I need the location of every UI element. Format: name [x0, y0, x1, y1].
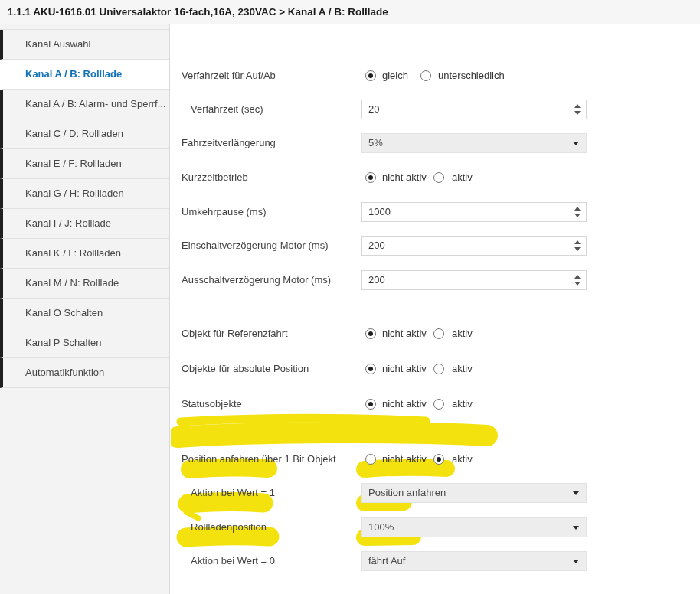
sidebar-item-list: Kanal Auswahl Kanal A / B: Rolllade Kana… — [0, 29, 169, 388]
chevron-down-icon — [573, 142, 579, 145]
ausschaltverzoegerung-input[interactable]: 200 — [361, 270, 587, 290]
sidebar-item-kanal-mn[interactable]: Kanal M / N: Rolllade — [0, 269, 169, 299]
select-value: Position anfahren — [368, 484, 446, 502]
param-label: Rollladenposition — [191, 517, 267, 537]
sidebar-item-kanal-kl[interactable]: Kanal K / L: Rollladen — [0, 239, 169, 269]
radio-label: gleich — [382, 66, 408, 86]
radio-label: nicht aktiv — [382, 359, 427, 379]
param-row-fahrzeitverlaengerung: Fahrzeitverlängerung 5% — [171, 133, 700, 153]
sidebar-item-kanal-ab-alarm[interactable]: Kanal A / B: Alarm- und Sperrf... — [0, 90, 169, 119]
param-row-aktion-wert-1: Aktion bei Wert = 1 Position anfahren — [171, 483, 700, 503]
radio-label: nicht aktiv — [382, 394, 427, 414]
param-label: Einschaltverzögerung Motor (ms) — [182, 236, 328, 256]
param-row-referenzfahrt: Objekt für Referenzfahrt nicht aktiv akt… — [171, 324, 700, 344]
radio-label: aktiv — [452, 168, 473, 188]
radio-label: nicht aktiv — [382, 324, 427, 344]
window-title-bar: 1.1.1 AKU-1616.01 Universalaktor 16-fach… — [0, 0, 700, 24]
param-row-verfahrzeit-auf-ab: Verfahrzeit für Auf/Ab gleich unterschie… — [171, 66, 700, 86]
radio-nicht-aktiv[interactable] — [365, 399, 376, 410]
input-value: 20 — [368, 100, 379, 119]
radio-label: aktiv — [452, 449, 473, 469]
param-row-rollladenposition: Rollladenposition 100% — [171, 517, 700, 537]
select-value: 5% — [368, 134, 383, 152]
param-label: Statusobjekte — [182, 394, 242, 414]
chevron-down-icon — [573, 560, 579, 563]
spinner-up-icon[interactable] — [574, 104, 581, 108]
spinner-down-icon[interactable] — [574, 247, 581, 251]
param-label: Aktion bei Wert = 0 — [191, 551, 275, 571]
spinner — [574, 273, 581, 287]
param-label: Position anfahren über 1 Bit Objekt — [182, 449, 336, 469]
input-value: 1000 — [368, 203, 391, 221]
param-label: Verfahrzeit (sec) — [191, 100, 263, 119]
chevron-down-icon — [573, 526, 579, 530]
spinner — [574, 239, 581, 253]
param-row-aktion-wert-0: Aktion bei Wert = 0 fährt Auf — [171, 551, 700, 571]
select-value: fährt Auf — [368, 552, 405, 570]
breadcrumb: 1.1.1 AKU-1616.01 Universalaktor 16-fach… — [8, 6, 388, 18]
param-row-verfahrzeit-sec: Verfahrzeit (sec) 20 — [171, 100, 700, 119]
radio-label: aktiv — [452, 359, 473, 379]
sidebar-item-kanal-ij[interactable]: Kanal I / J: Rolllade — [0, 209, 169, 239]
radio-aktiv[interactable] — [433, 172, 444, 183]
param-label: Aktion bei Wert = 1 — [191, 483, 275, 503]
sidebar-item-kanal-p-schalten[interactable]: Kanal P Schalten — [0, 328, 169, 358]
radio-aktiv[interactable] — [433, 454, 444, 465]
spinner-up-icon[interactable] — [574, 240, 581, 244]
sidebar-item-automatikfunktion[interactable]: Automatikfunktion — [0, 358, 169, 388]
radio-nicht-aktiv[interactable] — [365, 172, 376, 183]
aktion-wert-0-select[interactable]: fährt Auf — [361, 551, 587, 571]
param-label: Umkehrpause (ms) — [182, 202, 267, 222]
chevron-down-icon — [573, 491, 579, 495]
param-row-position-anfahren-1bit: Position anfahren über 1 Bit Objekt nich… — [171, 449, 700, 469]
radio-label: aktiv — [452, 324, 473, 344]
input-value: 200 — [368, 271, 385, 289]
rollladenposition-select[interactable]: 100% — [361, 517, 587, 537]
param-label: Ausschaltverzögerung Motor (ms) — [182, 270, 331, 290]
radio-nicht-aktiv[interactable] — [365, 454, 376, 465]
radio-label: aktiv — [452, 394, 473, 414]
verfahrzeit-sec-input[interactable]: 20 — [361, 100, 587, 119]
spinner — [574, 103, 581, 116]
sidebar-item-kanal-auswahl[interactable]: Kanal Auswahl — [0, 30, 169, 60]
select-value: 100% — [368, 518, 394, 537]
sidebar-item-kanal-ab-rolllade[interactable]: Kanal A / B: Rolllade — [0, 60, 169, 90]
sidebar-item-kanal-gh[interactable]: Kanal G / H: Rollladen — [0, 179, 169, 209]
radio-aktiv[interactable] — [433, 399, 444, 410]
param-row-umkehrpause: Umkehrpause (ms) 1000 — [171, 202, 700, 222]
input-value: 200 — [368, 237, 385, 255]
param-label: Objekte für absolute Position — [182, 359, 309, 379]
radio-nicht-aktiv[interactable] — [365, 364, 376, 374]
spinner-down-icon[interactable] — [574, 214, 581, 217]
spinner-down-icon[interactable] — [574, 282, 581, 286]
param-label: Verfahrzeit für Auf/Ab — [182, 66, 276, 86]
param-row-ausschaltverzoegerung: Ausschaltverzögerung Motor (ms) 200 — [171, 270, 700, 290]
einschaltverzoegerung-input[interactable]: 200 — [361, 236, 587, 256]
radio-unterschiedlich[interactable] — [420, 70, 431, 81]
umkehrpause-input[interactable]: 1000 — [361, 202, 587, 222]
param-label: Kurzzeitbetrieb — [182, 168, 248, 188]
spinner — [574, 205, 581, 219]
radio-label: nicht aktiv — [382, 168, 427, 188]
radio-label: unterschiedlich — [438, 66, 505, 86]
param-row-kurzzeitbetrieb: Kurzzeitbetrieb nicht aktiv aktiv — [171, 168, 700, 188]
param-row-einschaltverzoegerung: Einschaltverzögerung Motor (ms) 200 — [171, 236, 700, 256]
radio-aktiv[interactable] — [433, 364, 444, 374]
spinner-up-icon[interactable] — [574, 207, 581, 211]
parameter-panel: Verfahrzeit für Auf/Ab gleich unterschie… — [171, 24, 700, 594]
fahrzeitverlaengerung-select[interactable]: 5% — [361, 133, 587, 153]
aktion-wert-1-select[interactable]: Position anfahren — [361, 483, 587, 503]
param-row-absolute-position: Objekte für absolute Position nicht akti… — [171, 359, 700, 379]
spinner-up-icon[interactable] — [574, 275, 581, 279]
parameter-page-sidebar: Kanal Auswahl Kanal A / B: Rolllade Kana… — [0, 24, 170, 594]
radio-aktiv[interactable] — [433, 328, 444, 339]
spinner-down-icon[interactable] — [574, 111, 581, 115]
sidebar-item-kanal-cd[interactable]: Kanal C / D: Rollladen — [0, 119, 169, 149]
radio-label: nicht aktiv — [382, 449, 427, 469]
sidebar-item-kanal-o-schalten[interactable]: Kanal O Schalten — [0, 299, 169, 328]
radio-gleich[interactable] — [365, 70, 376, 81]
param-label: Fahrzeitverlängerung — [182, 133, 276, 153]
param-row-statusobjekte: Statusobjekte nicht aktiv aktiv — [171, 394, 700, 414]
sidebar-item-kanal-ef[interactable]: Kanal E / F: Rollladen — [0, 149, 169, 179]
radio-nicht-aktiv[interactable] — [365, 328, 376, 339]
